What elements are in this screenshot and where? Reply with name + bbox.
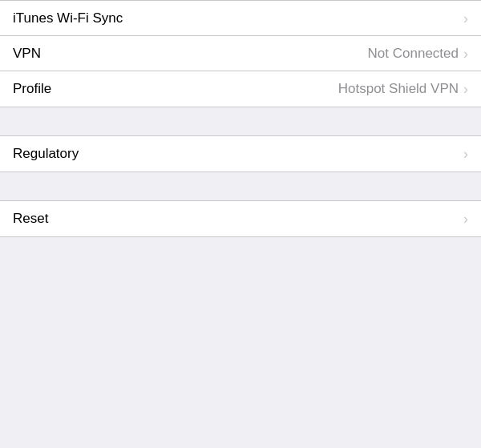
reset-row[interactable]: Reset ›: [0, 201, 481, 236]
profile-row[interactable]: Profile Hotspot Shield VPN ›: [0, 71, 481, 107]
row-left: Regulatory: [13, 146, 79, 162]
row-right: ›: [463, 212, 468, 226]
chevron-icon: ›: [463, 11, 468, 26]
vpn-label: VPN: [13, 46, 41, 62]
row-left: VPN: [13, 46, 41, 62]
vpn-row[interactable]: VPN Not Connected ›: [0, 36, 481, 71]
row-right: ›: [463, 147, 468, 161]
reset-label: Reset: [13, 211, 48, 227]
settings-list: iTunes Wi-Fi Sync › VPN Not Connected › …: [0, 0, 481, 265]
row-right: Not Connected ›: [368, 46, 468, 62]
chevron-icon: ›: [463, 46, 468, 61]
settings-group-2: Regulatory ›: [0, 135, 481, 172]
spacer-1: [0, 107, 481, 135]
chevron-icon: ›: [463, 212, 468, 226]
chevron-icon: ›: [463, 82, 468, 96]
regulatory-row[interactable]: Regulatory ›: [0, 136, 481, 172]
chevron-icon: ›: [463, 147, 468, 161]
settings-group-1: iTunes Wi-Fi Sync › VPN Not Connected › …: [0, 0, 481, 107]
itunes-wifi-sync-row[interactable]: iTunes Wi-Fi Sync ›: [0, 1, 481, 36]
regulatory-label: Regulatory: [13, 146, 79, 162]
spacer-3: [0, 237, 481, 265]
row-right: ›: [463, 11, 468, 26]
spacer-2: [0, 172, 481, 200]
settings-group-3: Reset ›: [0, 200, 481, 237]
row-left: Reset: [13, 211, 48, 227]
row-left: iTunes Wi-Fi Sync: [13, 10, 123, 26]
profile-value: Hotspot Shield VPN: [338, 81, 459, 97]
itunes-wifi-sync-label: iTunes Wi-Fi Sync: [13, 10, 123, 26]
row-right: Hotspot Shield VPN ›: [338, 81, 468, 97]
vpn-value: Not Connected: [368, 46, 459, 62]
row-left: Profile: [13, 81, 51, 97]
profile-label: Profile: [13, 81, 51, 97]
